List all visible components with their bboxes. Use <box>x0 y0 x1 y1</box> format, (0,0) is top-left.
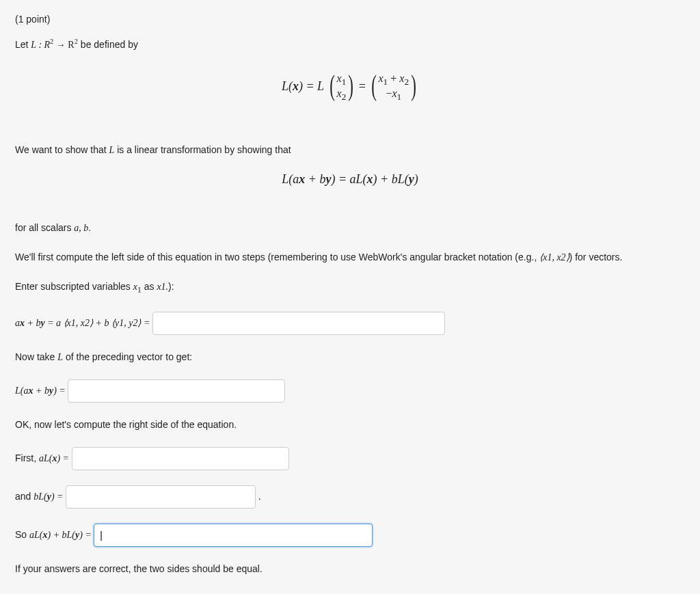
webwork-note: We'll first compute the left side of thi… <box>15 250 685 265</box>
step2-row: L(ax + by) = <box>15 379 685 403</box>
final-text: If your answers are correct, the two sid… <box>15 562 685 576</box>
first-row: First, aL(x) = <box>15 447 685 470</box>
answer-input-2[interactable] <box>68 379 285 403</box>
answer-input-4[interactable] <box>66 485 256 509</box>
points-label: (1 point) <box>15 12 685 27</box>
scalars-text: for all scalars a, b. <box>15 221 685 235</box>
answer-input-3[interactable] <box>72 447 289 470</box>
step1-row: ax + by = a ⟨x1, x2⟩ + b ⟨y1, y2⟩ = <box>15 312 685 335</box>
enter-note: Enter subscripted variables x1 as x1.): <box>15 280 685 296</box>
so-row: So aL(x) + bL(y) = <box>15 524 685 547</box>
answer-input-5[interactable] <box>94 524 373 547</box>
ok-text: OK, now let's compute the right side of … <box>15 418 685 432</box>
show-text: We want to show that L is a linear trans… <box>15 143 685 157</box>
equation-linearity: L(ax + by) = aL(x) + bL(y) <box>15 172 685 187</box>
step2-intro: Now take L of the preceding vector to ge… <box>15 350 685 364</box>
answer-input-1[interactable] <box>152 312 445 335</box>
and-row: and bL(y) = . <box>15 485 685 509</box>
intro-text: Let L : R2 → R2 be defined by <box>15 36 685 52</box>
equation-definition: L(x) = L (x1x2) = (x1 + x2−x1) <box>15 72 685 103</box>
